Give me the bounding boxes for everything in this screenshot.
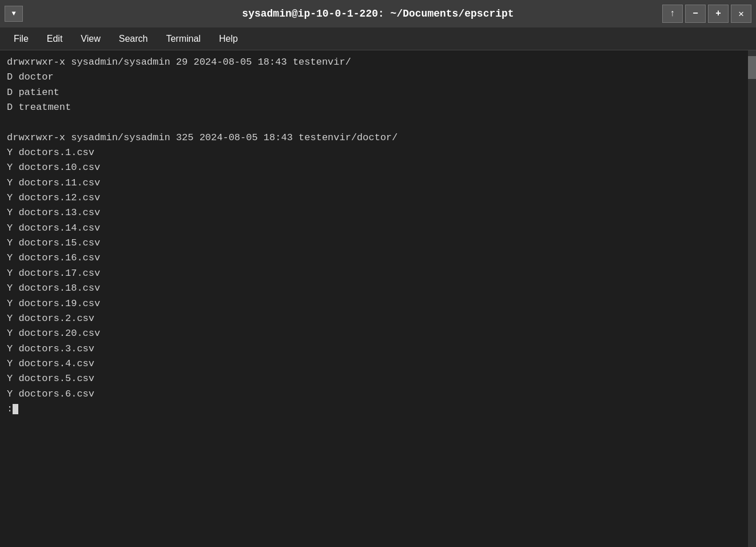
menu-terminal[interactable]: Terminal — [157, 31, 209, 46]
scrollbar-thumb[interactable] — [748, 56, 756, 79]
menu-edit[interactable]: Edit — [38, 31, 72, 46]
minimize-button[interactable]: − — [685, 5, 706, 23]
terminal-body[interactable]: drwxrwxr-x sysadmin/sysadmin 29 2024-08-… — [0, 50, 756, 547]
window-title: sysadmin@ip-10-0-1-220: ~/Documents/epsc… — [242, 8, 514, 19]
title-bar: ▼ sysadmin@ip-10-0-1-220: ~/Documents/ep… — [0, 0, 756, 27]
title-bar-controls: ↑ − + ✕ — [662, 5, 751, 23]
menu-help[interactable]: Help — [210, 31, 247, 46]
menu-search[interactable]: Search — [110, 31, 157, 46]
title-bar-left: ▼ — [5, 6, 23, 22]
menu-bar: File Edit View Search Terminal Help — [0, 27, 756, 50]
menu-view[interactable]: View — [71, 31, 109, 46]
close-button[interactable]: ✕ — [731, 5, 751, 23]
dropdown-button[interactable]: ▼ — [5, 6, 23, 22]
maximize-button[interactable]: + — [708, 5, 729, 23]
scrollbar[interactable] — [748, 50, 756, 547]
scroll-up-button[interactable]: ↑ — [662, 5, 683, 23]
menu-file[interactable]: File — [5, 31, 38, 46]
terminal-window: ▼ sysadmin@ip-10-0-1-220: ~/Documents/ep… — [0, 0, 756, 547]
terminal-output: drwxrwxr-x sysadmin/sysadmin 29 2024-08-… — [7, 55, 749, 417]
